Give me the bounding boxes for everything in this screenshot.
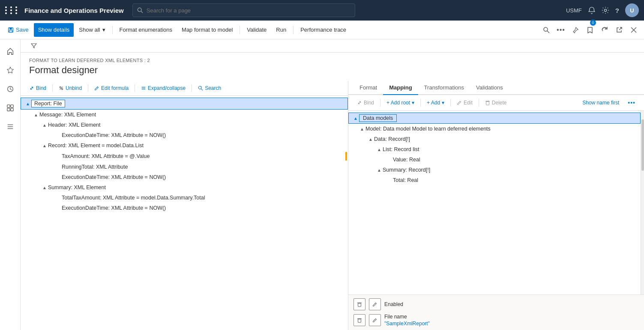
run-label: Run	[276, 27, 286, 33]
validate-label: Validate	[247, 27, 267, 33]
add-root-label: + Add root	[386, 100, 410, 106]
sidebar-item-list[interactable]	[2, 118, 19, 135]
expand-arrow: ▲	[24, 100, 31, 107]
more-icon: •••	[628, 99, 635, 106]
search-button[interactable]: Search	[195, 83, 225, 93]
sep-3	[450, 99, 451, 107]
tree-item-record[interactable]: ▲ Record: XML Element = model.Data.List	[21, 140, 348, 151]
add-button[interactable]: + Add ▾	[423, 98, 448, 107]
mapping-item-value[interactable]: Value: Real	[348, 155, 641, 165]
svg-rect-30	[358, 319, 361, 322]
close-icon	[631, 27, 637, 33]
tab-mapping-label: Mapping	[389, 84, 412, 91]
add-label: + Add	[427, 100, 440, 106]
svg-rect-4	[9, 27, 12, 29]
show-details-label: Show details	[38, 27, 70, 33]
popout-button[interactable]	[612, 23, 626, 37]
total-tax-label: TotalTaxAmount: XML Attribute = model.Da…	[62, 195, 348, 201]
delete-icon	[485, 100, 490, 105]
more-options-button[interactable]: •••	[554, 23, 568, 37]
expand-arrow: ▲	[41, 122, 48, 128]
tree-item-running-total[interactable]: RunningTotal: XML Attribute	[21, 162, 348, 172]
badge-count: 0	[592, 21, 594, 25]
bind-button[interactable]: Bind	[26, 83, 50, 93]
more-mapping-button[interactable]: •••	[624, 98, 639, 108]
mapping-item-data[interactable]: ▲ Data: Record[!]	[348, 134, 641, 144]
tree-item-exec-dt-summary[interactable]: ExecutionDateTime: XML Attribute = NOW()	[21, 203, 348, 213]
tab-transformations[interactable]: Transformations	[418, 81, 470, 95]
run-button[interactable]: Run	[272, 23, 291, 37]
tree-item-exec-dt-header[interactable]: ExecutionDateTime: XML Attribute = NOW()	[21, 130, 348, 140]
performance-trace-button[interactable]: Performance trace	[296, 23, 350, 37]
mapping-bind-button[interactable]: Bind	[353, 98, 377, 107]
no-expand	[55, 132, 62, 139]
show-all-button[interactable]: Show all ▾	[75, 23, 109, 37]
delete-button[interactable]: Delete	[482, 98, 510, 107]
mapping-item-list[interactable]: ▲ List: Record list	[348, 144, 641, 155]
expand-arrow: ▲	[359, 125, 365, 132]
expand-arrow: ▲	[41, 142, 48, 149]
marker	[345, 152, 347, 161]
sidebar-item-home[interactable]	[2, 43, 19, 60]
sidebar-item-favorites[interactable]	[2, 62, 19, 79]
show-details-button[interactable]: Show details	[34, 23, 74, 37]
edit-formula-button[interactable]: Edit formula	[91, 83, 132, 93]
expand-icon	[141, 86, 146, 91]
avatar[interactable]: U	[625, 3, 639, 17]
expand-arrow: ▲	[41, 184, 48, 191]
mapping-tree: ▲ Data models ▲ Model: Data model Model …	[348, 111, 641, 294]
search-toolbar-button[interactable]	[539, 23, 553, 37]
format-enumerations-button[interactable]: Format enumerations	[115, 23, 177, 37]
filename-value: "SampleXmlReport"	[384, 321, 430, 327]
mapping-item-model[interactable]: ▲ Model: Data model Model to learn defer…	[348, 124, 641, 134]
main-layout: FORMAT TO LEARN DEFERRED XML ELEMENTS : …	[0, 39, 644, 330]
tree-item-summary[interactable]: ▲ Summary: XML Element	[21, 182, 348, 193]
svg-line-23	[201, 89, 203, 90]
validate-button[interactable]: Validate	[243, 23, 271, 37]
no-expand	[55, 194, 62, 201]
pin-icon	[572, 27, 579, 33]
tab-validations[interactable]: Validations	[470, 81, 509, 95]
global-search[interactable]	[132, 3, 355, 17]
pin-button[interactable]	[569, 23, 582, 37]
mapping-item-total[interactable]: Total: Real	[348, 175, 641, 185]
unbind-button[interactable]: Unbind	[55, 83, 85, 93]
mapping-item-summary[interactable]: ▲ Summary: Record[!]	[348, 165, 641, 175]
show-name-first-button[interactable]: Show name first	[579, 98, 623, 107]
tree-item-header[interactable]: ▲ Header: XML Element	[21, 120, 348, 130]
show-name-first-label: Show name first	[582, 100, 619, 106]
prop-edit-filename[interactable]	[369, 314, 381, 326]
help-icon[interactable]: ?	[615, 7, 619, 14]
tree-search-icon	[198, 86, 203, 91]
filter-button[interactable]	[27, 41, 40, 51]
vertical-scrollbar[interactable]	[641, 111, 644, 294]
prop-delete-enabled[interactable]	[353, 298, 365, 310]
bell-icon[interactable]	[588, 6, 596, 14]
sidebar-item-workspaces[interactable]	[2, 99, 19, 116]
prop-edit-enabled[interactable]	[369, 298, 381, 310]
refresh-button[interactable]	[598, 23, 611, 37]
tree-content: ▲ Report: File ▲ Message: XML Element ▲ …	[21, 96, 348, 330]
tree-item-exec-dt-record[interactable]: ExecutionDateTime: XML Attribute = NOW()	[21, 172, 348, 182]
tree-item-tax-amount[interactable]: TaxAmount: XML Attribute = @.Value	[21, 151, 348, 162]
expand-collapse-button[interactable]: Expand/collapse	[138, 83, 189, 93]
prop-delete-filename[interactable]	[353, 314, 365, 326]
settings-icon[interactable]	[602, 6, 609, 14]
waffle-menu[interactable]	[5, 6, 19, 14]
tree-item-message[interactable]: ▲ Message: XML Element	[21, 110, 348, 120]
tree-item-report-file[interactable]: ▲ Report: File	[21, 98, 348, 110]
close-button[interactable]	[627, 23, 641, 37]
add-root-button[interactable]: + Add root ▾	[383, 98, 418, 107]
search-input[interactable]	[147, 7, 350, 14]
sep-4	[479, 99, 479, 107]
sep-1	[380, 99, 380, 107]
mapping-item-data-models[interactable]: ▲ Data models	[348, 113, 641, 124]
tab-format[interactable]: Format	[353, 81, 383, 95]
search-label: Search	[205, 85, 221, 91]
tab-mapping[interactable]: Mapping	[383, 81, 418, 95]
map-format-button[interactable]: Map format to model	[177, 23, 237, 37]
tree-item-total-tax[interactable]: TotalTaxAmount: XML Attribute = model.Da…	[21, 193, 348, 203]
sidebar-item-recent[interactable]	[2, 80, 19, 98]
edit-button[interactable]: Edit	[453, 98, 476, 107]
save-button[interactable]: Save	[3, 23, 33, 37]
